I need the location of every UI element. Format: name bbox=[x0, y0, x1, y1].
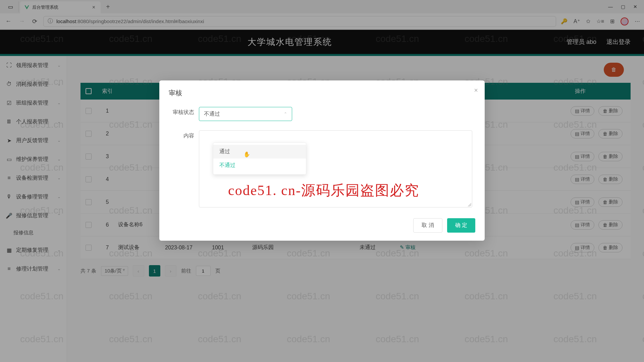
status-select[interactable]: 不通过 ⌃ bbox=[199, 107, 292, 121]
resize-handle-icon[interactable] bbox=[468, 203, 471, 206]
modal-close-button[interactable]: × bbox=[474, 86, 478, 94]
confirm-button[interactable]: 确 定 bbox=[447, 218, 475, 233]
status-dropdown: 通过 不通过 bbox=[213, 142, 306, 175]
cursor-icon: ✋ bbox=[244, 151, 250, 158]
form-row-status: 审核状态 不通过 ⌃ bbox=[169, 107, 475, 121]
modal-footer: 取 消 确 定 bbox=[169, 218, 475, 233]
red-watermark: code51. cn-源码乐园盗图必究 bbox=[228, 181, 419, 200]
label-status: 审核状态 bbox=[169, 107, 199, 116]
audit-modal: 审核 × 审核状态 不通过 ⌃ 内容 取 消 确 定 bbox=[159, 80, 485, 241]
option-fail[interactable]: 不通过 bbox=[213, 159, 306, 172]
select-value: 不通过 bbox=[204, 111, 220, 118]
chevron-up-icon: ⌃ bbox=[284, 112, 287, 116]
label-content: 内容 bbox=[169, 130, 199, 139]
cancel-button[interactable]: 取 消 bbox=[413, 218, 442, 233]
option-pass[interactable]: 通过 bbox=[213, 145, 306, 159]
modal-title: 审核 bbox=[169, 88, 475, 98]
